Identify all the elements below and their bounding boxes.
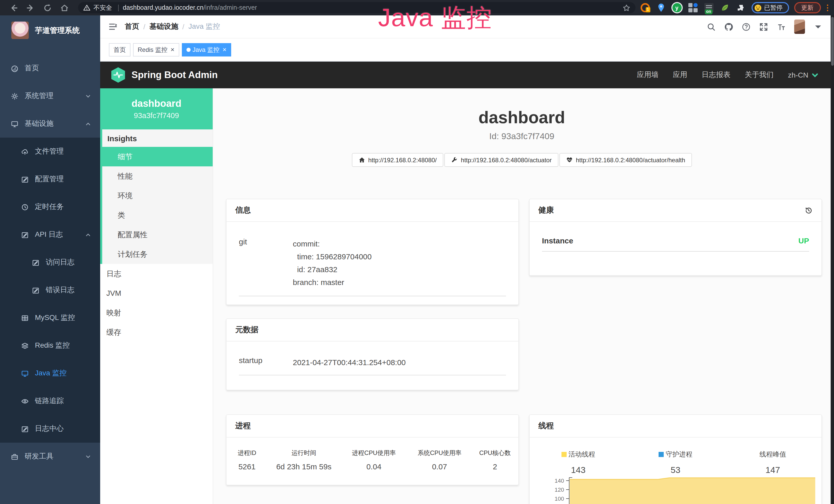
instance-label: Instance [542,236,573,245]
active-dot [186,48,190,52]
grid-extension-icon[interactable] [688,3,697,12]
back-icon[interactable] [9,3,18,12]
sba-nav-wallboard[interactable]: 应用墙 [630,70,666,79]
sba-sidebar-item-caches[interactable]: 缓存 [100,322,213,342]
legend-label: 线程峰值 [760,450,786,459]
sidebar-item-redis-monitor[interactable]: Redis 监控 [0,332,100,360]
sba-nav-journal[interactable]: 日志报表 [695,70,738,79]
sidebar-item-scheduled-tasks[interactable]: 定时任务 [0,193,100,221]
locale-select[interactable]: zh-CN [781,71,820,79]
help-icon[interactable] [742,22,750,31]
sidebar-item-trace[interactable]: 链路追踪 [0,387,100,415]
sidebar-item-log-center[interactable]: 日志中心 [0,415,100,443]
screen: 不安全 dashboard.yudao.iocoder.cn/infra/adm… [0,0,834,504]
eye-icon [21,397,29,405]
insights-section: Insights 细节性能环境类配置属性计划任务 [100,130,213,264]
breadcrumb-item[interactable]: 首页 [125,22,139,31]
sidebar-item-dev-tools[interactable]: 研发工具 [0,443,100,471]
search-icon[interactable] [707,22,715,31]
instance-link-actuator[interactable]: http://192.168.0.2:48080/actuator [444,153,558,167]
switch-extension-icon[interactable]: on [704,3,713,12]
sidebar-item-api-logs[interactable]: API 日志 [0,221,100,249]
sidebar-item-label: 基础设施 [25,119,53,129]
sba-sidebar-item-loggers[interactable]: 日志 [100,264,213,283]
process-col-value: 6d 23h 15m 59s [267,462,340,471]
sidebar-item-system-management[interactable]: 系统管理 [0,82,100,110]
sba-brand[interactable]: Spring Boot Admin [110,67,218,83]
legend-item-0: 活动线程 [530,450,627,459]
paused-profile-chip[interactable]: 已暂停 [751,2,789,13]
emoji-face-icon [754,4,762,12]
fullscreen-icon[interactable] [759,22,768,31]
startup-label: startup [239,356,293,369]
browser-home-icon[interactable] [60,3,69,12]
link-label: http://192.168.0.2:48080/actuator/health [576,156,685,164]
legend-value: 147 [724,465,821,476]
sba-sidebar-item-classes[interactable]: 类 [102,205,213,225]
svg-text:100: 100 [554,496,564,502]
puzzle-extensions-icon[interactable] [736,3,745,12]
tab-java-monitor[interactable]: Java 监控× [182,43,231,56]
sidebar-item-access-logs[interactable]: 访问日志 [0,249,100,276]
page-scrollbar[interactable] [830,16,834,504]
info-card: 信息 git commit: time: 1596289704000 id: 2… [226,199,519,305]
reload-icon[interactable] [43,3,52,12]
sba-sidebar-item-environment[interactable]: 环境 [102,186,213,205]
sba-sidebar-item-config-properties[interactable]: 配置属性 [102,225,213,245]
table-icon [21,314,29,322]
history-icon[interactable] [805,206,813,214]
edit-icon [21,231,29,238]
page-subtitle: Id: 93a3fc7f7409 [213,132,830,142]
sidebar-item-config-management[interactable]: 配置管理 [0,165,100,193]
close-icon[interactable]: × [171,47,174,53]
close-icon[interactable]: × [223,47,226,53]
instance-link-homepage[interactable]: http://192.168.0.2:48080/ [352,153,443,167]
git-line: branch: master [293,276,506,289]
forward-icon[interactable] [26,3,35,12]
sidebar-item-mysql-monitor[interactable]: MySQL 监控 [0,304,100,332]
sidebar-item-label: MySQL 监控 [35,313,75,322]
pin-extension-icon[interactable] [656,3,665,12]
threads-values: 14353147 [530,465,821,476]
legend-label: 活动线程 [568,450,595,459]
sidebar-item-java-monitor[interactable]: Java 监控 [0,360,100,387]
y-extension-icon[interactable]: y [672,3,681,12]
sba-nav-about[interactable]: 关于我们 [738,70,781,79]
leaf-extension-icon[interactable] [720,3,729,12]
sidebar-item-label: API 日志 [35,230,63,239]
url-bar[interactable]: 不安全 dashboard.yudao.iocoder.cn/infra/adm… [78,2,635,13]
legend-swatch [561,452,566,457]
sidebar-item-error-logs[interactable]: 错误日志 [0,276,100,304]
sba-header: Spring Boot Admin 应用墙应用日志报表关于我们 zh-CN [100,62,830,88]
github-icon[interactable] [724,22,733,31]
sidebar-item-file-management[interactable]: 文件管理 [0,138,100,165]
tab-redis-monitor[interactable]: Redis 监控× [133,43,179,56]
hamburger-icon[interactable] [108,22,118,31]
instance-health-row[interactable]: Instance UP [542,236,809,252]
sba-nav-applications[interactable]: 应用 [666,70,695,79]
sba-sidebar-item-details[interactable]: 细节 [102,147,213,166]
heartbeat-icon [566,157,573,163]
breadcrumb-item[interactable]: 基础设施 [150,22,178,31]
bookmark-star-icon[interactable] [622,4,630,12]
instance-link-health[interactable]: http://192.168.0.2:48080/actuator/health [559,153,692,167]
app-logo-row: 芋道管理系统 [0,16,100,45]
sidebar-item-home[interactable]: 首页 [0,54,100,82]
sba-sidebar-item-metrics[interactable]: 性能 [102,166,213,186]
font-size-icon[interactable] [776,22,785,31]
sba-sidebar-item-scheduled-tasks[interactable]: 计划任务 [102,245,213,264]
process-col-value: 0.07 [408,462,471,471]
user-avatar[interactable] [794,20,805,34]
sba-sidebar-item-jvm[interactable]: JVM [100,283,213,303]
insights-section-title: Insights [102,130,213,147]
sba-sidebar-item-mappings[interactable]: 映射 [100,303,213,322]
adblock-extension-icon[interactable]: 1 [640,3,650,12]
threads-card: 线程 活动线程守护进程线程峰值 14353147 140120100 [529,414,822,504]
update-button[interactable]: 更新 [794,2,821,13]
scrollbar-thumb[interactable] [831,17,833,66]
browser-menu-icon[interactable]: ⋮ [824,5,829,10]
sidebar-item-infrastructure[interactable]: 基础设施 [0,110,100,138]
avatar-caret-icon[interactable] [813,22,822,31]
instance-name: dashboard [132,98,181,109]
tab-home[interactable]: 首页 [109,43,130,56]
